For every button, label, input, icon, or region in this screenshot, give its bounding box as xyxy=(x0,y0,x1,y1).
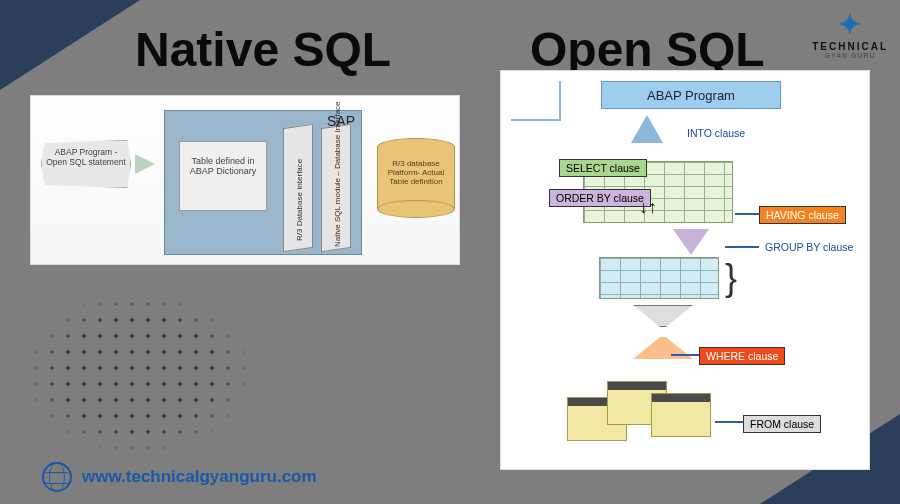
sort-arrows-icon: ↓↑ xyxy=(639,197,657,218)
website-link[interactable]: www.technicalgyanguru.com xyxy=(82,467,317,487)
heading-open-sql: Open SQL xyxy=(530,22,765,77)
into-clause: INTO clause xyxy=(681,125,751,141)
brand-logo: ✦ TECHNICAL GYAN GURU xyxy=(812,8,888,59)
globe-icon xyxy=(42,462,72,492)
arrow-right-icon xyxy=(135,154,155,174)
grouped-grid xyxy=(599,257,719,299)
select-clause: SELECT clause xyxy=(559,159,647,177)
database-cylinder-icon: R/3 database Platform- Actual Table defi… xyxy=(377,138,455,218)
open-sql-diagram: ABAP Program INTO clause SELECT clause O… xyxy=(500,70,870,470)
where-clause: WHERE clause xyxy=(699,347,785,365)
brand-subtitle: GYAN GURU xyxy=(812,52,888,59)
groupby-clause: GROUP BY clause xyxy=(759,239,859,255)
brand-name: TECHNICAL xyxy=(812,41,888,52)
decor-corner-top-left xyxy=(0,0,140,90)
r3-interface-label: R/3 Database Interface xyxy=(295,159,304,241)
arrow-down-icon xyxy=(673,229,709,255)
from-clause: FROM clause xyxy=(743,415,821,433)
decor-dot-pattern xyxy=(28,280,248,450)
native-module-label: Native SQL module – Database Interface xyxy=(333,101,342,247)
arrow-up-icon xyxy=(631,115,663,143)
connector-where xyxy=(671,354,699,356)
curve-arrow-icon xyxy=(511,81,561,121)
connector-from xyxy=(715,421,743,423)
connector-groupby xyxy=(725,246,759,248)
abap-open-sql-statement: ABAP Program - Open SQL statement xyxy=(41,140,131,188)
orderby-clause: ORDER BY clause xyxy=(549,189,651,207)
having-clause: HAVING clause xyxy=(759,206,846,224)
heading-native-sql: Native SQL xyxy=(135,22,391,77)
footer: www.technicalgyanguru.com xyxy=(42,462,317,492)
abap-program-box: ABAP Program xyxy=(601,81,781,109)
database-tables-icon xyxy=(567,381,717,445)
brand-mark-icon: ✦ xyxy=(812,8,888,41)
native-sql-diagram: ABAP Program - Open SQL statement SAP Ta… xyxy=(30,95,460,265)
sap-container: SAP Table defined in ABAP Dictionary R/3… xyxy=(164,110,362,255)
connector-having xyxy=(735,213,759,215)
filter-hourglass-icon xyxy=(633,305,693,359)
brace-icon: } xyxy=(725,257,737,299)
abap-dictionary-table: Table defined in ABAP Dictionary xyxy=(179,141,267,211)
